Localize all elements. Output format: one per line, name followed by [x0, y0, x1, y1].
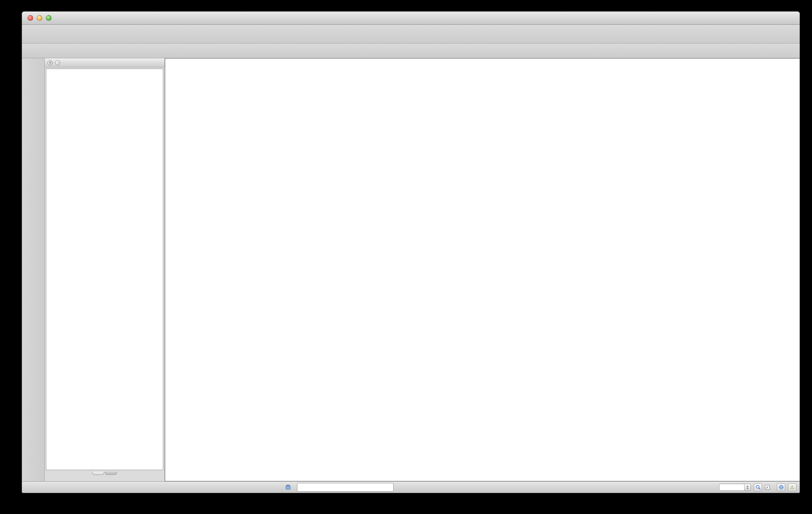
plugin-icon[interactable] [285, 484, 291, 490]
tab-layers[interactable] [92, 472, 104, 475]
panel-float-button[interactable]: ▫ [55, 60, 60, 65]
panel-tabs [45, 471, 164, 481]
desktop: { "window": { "title": "QGIS 2.0.1-Dufou… [0, 0, 812, 514]
render-checkbox[interactable]: ✓ [765, 485, 771, 490]
main-toolbar [22, 25, 800, 43]
scale-combo-arrows[interactable]: ▲▼ [744, 484, 751, 490]
map-svg [165, 59, 800, 481]
label-toolbar [22, 43, 800, 58]
status-bar: ▲▼ ✓ ⚠ [22, 481, 800, 493]
magnifier-lock-icon[interactable] [754, 483, 762, 491]
titlebar[interactable] [22, 12, 800, 25]
main-content: ✕ ▫ [22, 58, 800, 481]
qgis-window: ✕ ▫ ▲▼ [22, 11, 800, 493]
close-window-button[interactable] [28, 15, 33, 21]
panel-close-button[interactable]: ✕ [48, 60, 53, 65]
zoom-window-button[interactable] [46, 15, 51, 21]
scale-combo[interactable]: ▲▼ [719, 484, 751, 491]
side-toolbar [22, 58, 45, 481]
tab-browser[interactable] [105, 472, 117, 475]
map-canvas[interactable] [165, 58, 800, 481]
layers-panel: ✕ ▫ [45, 58, 165, 481]
coordinate-input[interactable] [297, 483, 394, 492]
window-controls [28, 12, 51, 24]
layers-panel-header: ✕ ▫ [45, 58, 164, 67]
layer-list [46, 69, 163, 470]
render-checkbox-box[interactable]: ✓ [765, 485, 770, 490]
messages-log-icon[interactable]: ⚠ [788, 483, 796, 491]
crs-status-icon[interactable] [777, 483, 785, 491]
minimize-window-button[interactable] [37, 15, 42, 21]
